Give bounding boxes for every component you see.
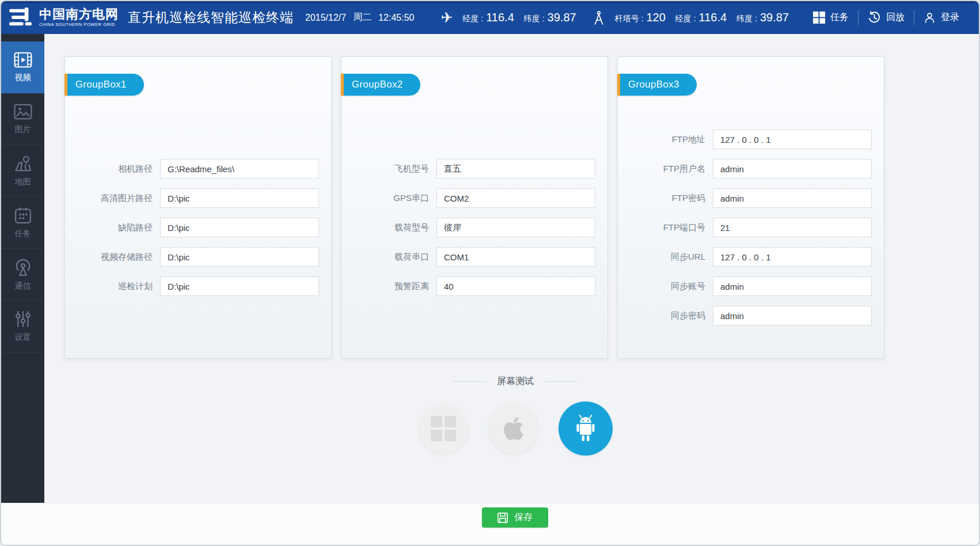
sidebar-item-settings[interactable]: 设置 — [1, 301, 44, 352]
groupbox1-tag: GroupBox1 — [64, 74, 144, 96]
login-button-label: 登录 — [941, 12, 959, 24]
ftp-port-label: FTP端口号 — [625, 222, 705, 233]
image-icon — [14, 104, 32, 120]
form-row: 预警距离 — [341, 276, 607, 296]
groupbox2-panel: GroupBox2 飞机型号 GPS串口 载荷型号 — [341, 56, 608, 359]
hd-image-path-label: 高清图片路径 — [72, 193, 153, 204]
form-row: 飞机型号 — [341, 159, 607, 179]
gps-serial-port-input[interactable] — [436, 188, 595, 208]
floppy-disk-icon — [497, 512, 508, 524]
sidebar-item-label: 通信 — [15, 281, 31, 291]
sidebar-item-communication[interactable]: 通信 — [1, 249, 44, 301]
windows-logo-icon — [431, 416, 456, 441]
tower-position-stats: 杆塔号 : 120 经度 : 116.4 纬度 : 39.87 — [592, 10, 789, 25]
groupbox2-tag: GroupBox2 — [341, 74, 420, 96]
ftp-address-input[interactable] — [713, 130, 872, 149]
form-row: 缺陷路径 — [65, 218, 331, 237]
form-row: 视频存储路径 — [65, 247, 331, 267]
video-storage-path-input[interactable] — [160, 247, 319, 267]
sidebar-item-map[interactable]: 地图 — [1, 145, 44, 197]
sync-account-input[interactable] — [713, 276, 872, 296]
ftp-address-label: FTP地址 — [625, 134, 705, 145]
form-row: FTP用户名 — [618, 159, 884, 179]
login-button[interactable]: 登录 — [914, 12, 968, 24]
replay-button[interactable]: 回放 — [859, 11, 914, 24]
payload-model-label: 载荷型号 — [348, 222, 429, 233]
sync-password-label: 同步密码 — [625, 310, 705, 321]
platform-android-button[interactable] — [559, 401, 613, 456]
payload-serial-port-label: 载荷串口 — [348, 252, 429, 263]
inspection-plan-input[interactable] — [160, 276, 319, 296]
sidebar-item-label: 任务 — [15, 229, 31, 239]
form-row: 巡检计划 — [65, 276, 331, 296]
tasks-button[interactable]: 任务 — [804, 12, 858, 24]
app-window: 中国南方电网 CHINA SOUTHERN POWER GRID 直升机巡检线智… — [0, 0, 980, 546]
video-storage-path-label: 视频存储路径 — [72, 252, 153, 263]
groupbox1-title: GroupBox1 — [67, 74, 144, 96]
footer-bar: 保存 — [1, 503, 979, 545]
sidebar-item-label: 图片 — [15, 124, 31, 135]
divider-line — [544, 381, 578, 382]
aircraft-model-input[interactable] — [436, 159, 595, 179]
ftp-password-label: FTP密码 — [625, 193, 705, 204]
aircraft-position-stats: ✈ 经度 : 116.4 纬度 : 39.87 — [440, 10, 576, 25]
camera-path-label: 相机路径 — [72, 164, 153, 175]
platform-apple-button[interactable] — [488, 403, 539, 454]
aircraft-model-label: 飞机型号 — [348, 164, 429, 175]
groupbox2-title: GroupBox2 — [344, 74, 420, 96]
replay-clock-icon — [868, 11, 881, 24]
tasks-button-label: 任务 — [830, 12, 849, 24]
aircraft-longitude: 经度 : 116.4 — [462, 11, 514, 24]
date-text: 2015/12/7 — [305, 13, 346, 23]
sidebar-item-tasks[interactable]: 任务 — [1, 197, 44, 249]
platform-windows-button[interactable] — [418, 403, 469, 454]
form-row: GPS串口 — [341, 188, 607, 208]
tower-latitude: 纬度 : 39.87 — [736, 11, 789, 24]
defect-path-input[interactable] — [160, 218, 319, 237]
apple-logo-icon — [503, 415, 525, 442]
form-row: 同步URL — [618, 247, 884, 267]
csg-logo-icon — [8, 6, 35, 29]
aircraft-latitude: 纬度 : 39.87 — [524, 11, 576, 24]
brand: 中国南方电网 CHINA SOUTHERN POWER GRID — [8, 6, 119, 29]
ftp-port-input[interactable] — [713, 218, 872, 237]
screen-test-title: 屏幕测试 — [497, 376, 534, 388]
tower-icon — [592, 10, 605, 25]
sync-url-input[interactable] — [713, 247, 872, 267]
sync-url-label: 同步URL — [625, 252, 705, 263]
top-header: 中国南方电网 CHINA SOUTHERN POWER GRID 直升机巡检线智… — [1, 1, 979, 34]
screen-test-section: 屏幕测试 — [343, 376, 688, 456]
save-button[interactable]: 保存 — [482, 507, 548, 528]
payload-model-input[interactable] — [436, 218, 595, 237]
ftp-username-input[interactable] — [713, 159, 872, 179]
groupbox1-panel: GroupBox1 相机路径 高清图片路径 缺陷路径 — [64, 56, 332, 359]
form-row: FTP端口号 — [618, 218, 884, 237]
ftp-username-label: FTP用户名 — [625, 164, 705, 175]
sidebar-item-images[interactable]: 图片 — [1, 93, 44, 145]
user-icon — [924, 12, 936, 24]
sidebar: 视频 图片 地图 — [1, 34, 44, 503]
ftp-password-input[interactable] — [713, 188, 872, 208]
form-row: 载荷串口 — [341, 247, 607, 267]
page-title: 直升机巡检线智能巡检终端 — [128, 9, 294, 26]
groupbox3-title: GroupBox3 — [620, 74, 697, 96]
replay-button-label: 回放 — [886, 12, 905, 24]
groupbox3-tag: GroupBox3 — [617, 74, 697, 96]
camera-path-input[interactable] — [160, 159, 319, 179]
sidebar-item-label: 地图 — [15, 177, 31, 187]
defect-path-label: 缺陷路径 — [72, 222, 153, 233]
calendar-icon — [14, 207, 32, 224]
header-actions: 任务 回放 登录 — [804, 10, 968, 25]
form-row: 高清图片路径 — [65, 188, 331, 208]
warning-distance-input[interactable] — [436, 276, 595, 296]
sidebar-item-video[interactable]: 视频 — [1, 41, 44, 93]
sync-password-input[interactable] — [713, 306, 872, 325]
form-row: FTP地址 — [618, 130, 884, 149]
payload-serial-port-input[interactable] — [436, 247, 595, 267]
map-pin-icon — [14, 155, 32, 172]
brand-name-en: CHINA SOUTHERN POWER GRID — [39, 22, 119, 27]
form-row: 同步账号 — [618, 276, 884, 296]
groupbox3-panel: GroupBox3 FTP地址 FTP用户名 FTP密码 — [617, 56, 884, 359]
settings-panels: GroupBox1 相机路径 高清图片路径 缺陷路径 — [64, 56, 884, 359]
hd-image-path-input[interactable] — [160, 188, 319, 208]
